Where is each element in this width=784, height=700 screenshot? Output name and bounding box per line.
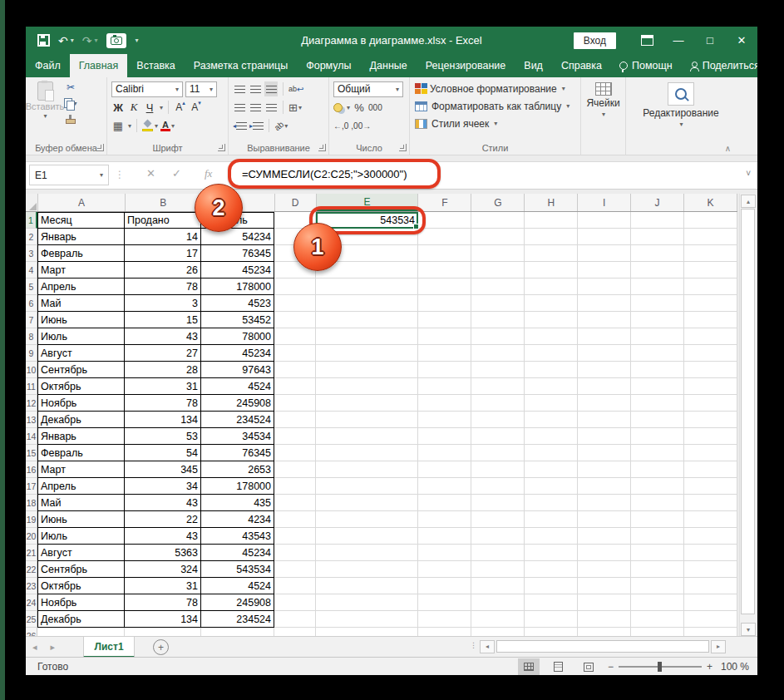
cell-F13[interactable] [418, 412, 471, 428]
cell-K15[interactable] [684, 445, 737, 461]
cell-C7[interactable]: 53452 [201, 312, 274, 328]
new-sheet-button[interactable]: + [153, 639, 169, 655]
ribbon-display-options-button[interactable] [631, 27, 663, 54]
align-center-button[interactable] [249, 100, 262, 115]
cell-H17[interactable] [525, 478, 578, 495]
cell-K12[interactable] [684, 395, 737, 412]
cell-F8[interactable] [418, 328, 471, 345]
row-header-17[interactable]: 17 [26, 478, 37, 495]
cell-A20[interactable]: Июль [37, 528, 125, 545]
bold-button[interactable]: Ж [111, 100, 125, 115]
conditional-formatting-button[interactable]: Условное форматирование ▾ [410, 80, 580, 97]
cell-K19[interactable] [684, 511, 737, 528]
row-header-10[interactable]: 10 [26, 362, 37, 378]
cell-I23[interactable] [578, 578, 631, 594]
cell-K7[interactable] [684, 312, 737, 328]
cell-D14[interactable] [274, 428, 316, 445]
cell-H20[interactable] [525, 528, 578, 545]
cell-K6[interactable] [684, 295, 737, 312]
cell-I24[interactable] [578, 594, 631, 611]
cell-B17[interactable]: 34 [125, 478, 201, 495]
cell-D15[interactable] [274, 445, 316, 461]
row-header-4[interactable]: 4 [26, 262, 37, 279]
cell-B23[interactable]: 31 [125, 578, 201, 594]
cell-F18[interactable] [418, 495, 471, 511]
cell-G13[interactable] [471, 412, 525, 428]
cell-J16[interactable] [631, 461, 684, 478]
cell-J13[interactable] [631, 412, 684, 428]
cell-B14[interactable]: 53 [125, 428, 201, 445]
cell-J19[interactable] [631, 511, 684, 528]
cell-E23[interactable] [316, 578, 418, 594]
cell-I15[interactable] [578, 445, 631, 461]
cell-J18[interactable] [631, 495, 684, 511]
cell-E1[interactable]: 543534 [316, 212, 418, 229]
cut-button[interactable]: ✂ [64, 80, 77, 95]
cell-D24[interactable] [274, 594, 316, 611]
decrease-decimal-button[interactable]: ,00→ [351, 118, 371, 133]
cell-K5[interactable] [684, 279, 737, 295]
tab-данные[interactable]: Данные [361, 54, 417, 77]
cell-I12[interactable] [578, 395, 631, 412]
cell-K20[interactable] [684, 528, 737, 545]
sign-in-button[interactable]: Вход [574, 32, 616, 49]
format-painter-button[interactable] [64, 111, 77, 126]
cell-F24[interactable] [418, 594, 471, 611]
orientation-button[interactable]: ab▾ [274, 118, 288, 133]
scroll-up-button[interactable]: ▴ [741, 195, 756, 208]
vertical-scroll-thumb[interactable] [741, 209, 755, 614]
cell-K24[interactable] [684, 594, 737, 611]
merge-center-button[interactable]: ⊞▾ [288, 100, 302, 115]
cell-A16[interactable]: Март [37, 461, 125, 478]
format-as-table-button[interactable]: Форматировать как таблицу ▾ [410, 97, 580, 115]
cell-E16[interactable] [316, 461, 418, 478]
scroll-down-button[interactable]: ▾ [741, 623, 756, 636]
cell-C5[interactable]: 178000 [201, 279, 274, 295]
cell-H9[interactable] [525, 345, 578, 362]
close-button[interactable]: ✕ [726, 27, 757, 54]
cell-C18[interactable]: 435 [201, 495, 274, 511]
cell-J23[interactable] [631, 578, 684, 594]
cell-D13[interactable] [274, 412, 316, 428]
cell-F26[interactable] [418, 628, 471, 636]
cell-I13[interactable] [578, 412, 631, 428]
cell-A26[interactable] [37, 628, 125, 636]
cell-I20[interactable] [578, 528, 631, 545]
cell-C9[interactable]: 45234 [201, 345, 274, 362]
cell-A11[interactable]: Октябрь [37, 378, 125, 395]
cell-A23[interactable]: Октябрь [37, 578, 125, 594]
cell-H10[interactable] [525, 362, 578, 378]
cell-A21[interactable]: Август [37, 545, 125, 561]
cell-H1[interactable] [525, 212, 578, 229]
next-sheet-button[interactable]: ▸ [44, 637, 62, 658]
paste-button[interactable]: Вставить ▾ [26, 80, 64, 126]
cell-H12[interactable] [525, 395, 578, 412]
cell-J8[interactable] [631, 328, 684, 345]
cell-D26[interactable] [274, 628, 316, 636]
align-middle-button[interactable] [249, 81, 262, 96]
cell-A6[interactable]: Май [37, 295, 125, 312]
row-header-2[interactable]: 2 [26, 229, 37, 245]
enter-button[interactable]: ✓ [172, 167, 181, 180]
cell-A10[interactable]: Сентябрь [37, 362, 125, 378]
column-header-B[interactable]: B [126, 194, 202, 211]
horizontal-scrollbar[interactable]: ◂ ▸ [480, 639, 757, 653]
column-header-I[interactable]: I [578, 194, 631, 211]
cell-E24[interactable] [316, 594, 418, 611]
cell-J26[interactable] [631, 628, 684, 636]
cell-A19[interactable]: Июнь [37, 511, 125, 528]
cell-G18[interactable] [471, 495, 525, 511]
cell-C24[interactable]: 245908 [201, 594, 274, 611]
cell-I21[interactable] [578, 545, 631, 561]
cell-H7[interactable] [525, 312, 578, 328]
cell-E11[interactable] [316, 378, 418, 395]
cell-J5[interactable] [631, 279, 684, 295]
align-top-button[interactable] [233, 81, 246, 96]
cell-A5[interactable]: Апрель [37, 279, 125, 295]
page-break-view-button[interactable] [578, 658, 599, 675]
cell-A24[interactable]: Ноябрь [37, 594, 125, 611]
column-header-G[interactable]: G [471, 194, 525, 211]
cell-E9[interactable] [316, 345, 418, 362]
alignment-dialog-launcher[interactable] [318, 144, 326, 151]
cell-A25[interactable]: Декабрь [37, 611, 125, 628]
